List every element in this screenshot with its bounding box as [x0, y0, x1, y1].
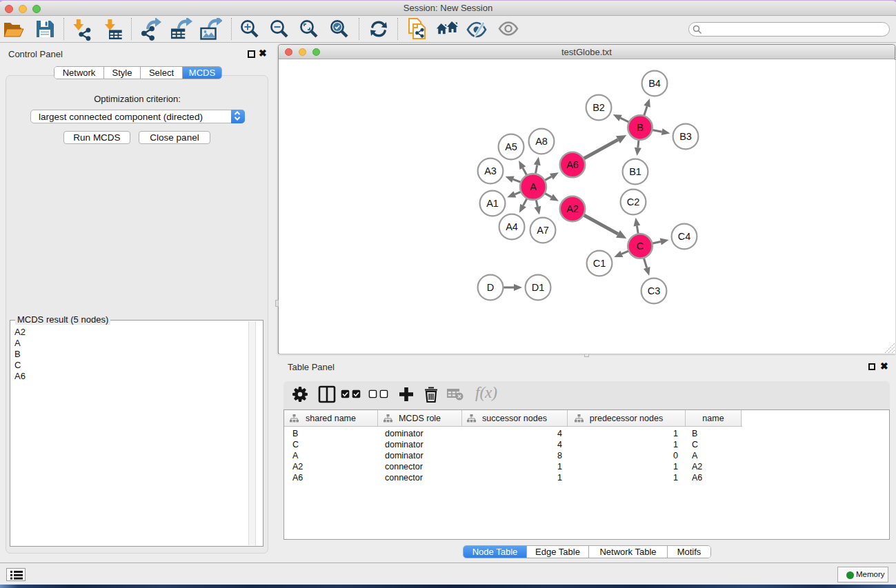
svg-text:C: C [637, 241, 644, 252]
svg-text:A2: A2 [566, 203, 579, 214]
svg-text:B1: B1 [629, 166, 641, 177]
svg-text:A8: A8 [535, 136, 548, 147]
svg-text:B2: B2 [593, 102, 605, 113]
svg-text:D: D [487, 282, 494, 293]
svg-text:C2: C2 [627, 196, 640, 207]
svg-text:A4: A4 [506, 221, 518, 232]
svg-text:B: B [637, 122, 644, 133]
svg-text:B4: B4 [648, 78, 661, 89]
svg-text:D1: D1 [532, 282, 545, 293]
svg-text:A7: A7 [537, 225, 549, 236]
svg-text:A1: A1 [486, 198, 499, 209]
svg-text:A5: A5 [505, 141, 517, 152]
svg-text:A6: A6 [566, 159, 579, 170]
svg-text:B3: B3 [679, 131, 692, 142]
svg-text:C4: C4 [678, 231, 691, 242]
svg-text:A3: A3 [484, 165, 497, 176]
svg-text:C1: C1 [593, 258, 606, 269]
svg-text:A: A [530, 181, 537, 192]
svg-text:C3: C3 [648, 285, 661, 296]
